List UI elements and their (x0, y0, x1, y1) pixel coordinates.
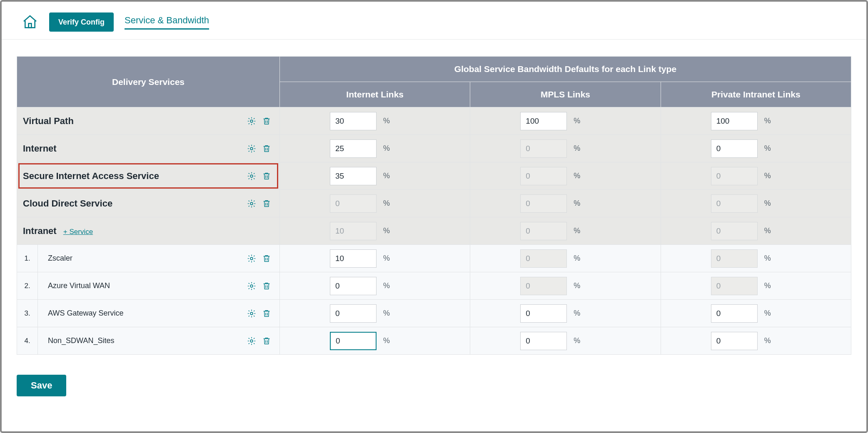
intra-internet-input (330, 222, 377, 240)
gear-icon[interactable] (246, 281, 257, 291)
sub4-internet-input[interactable] (330, 332, 377, 350)
gear-icon[interactable] (246, 198, 257, 209)
verify-config-button[interactable]: Verify Config (49, 12, 114, 32)
inet-mpls-input (520, 139, 567, 158)
gear-icon[interactable] (246, 116, 257, 127)
svg-point-7 (250, 312, 253, 315)
header-delivery-services: Delivery Services (17, 57, 280, 107)
trash-icon[interactable] (261, 116, 272, 127)
percent-label: % (574, 172, 580, 180)
tab-service-bandwidth[interactable]: Service & Bandwidth (125, 15, 209, 30)
percent-label: % (574, 117, 580, 125)
service-label: Virtual Path (23, 116, 74, 127)
row-index: 4. (17, 327, 38, 355)
percent-label: % (383, 336, 390, 345)
sub1-internet-input[interactable] (330, 249, 377, 268)
percent-label: % (574, 254, 580, 263)
service-label: Azure Virtual WAN (48, 281, 110, 290)
inet-internet-input[interactable] (330, 139, 377, 158)
vpath-private-input[interactable] (711, 112, 758, 130)
save-button[interactable]: Save (17, 375, 66, 396)
trash-icon[interactable] (261, 308, 272, 319)
row-secure-internet-access: Secure Internet Access Service % % % (17, 162, 851, 190)
gear-icon[interactable] (246, 253, 257, 264)
cds-internet-input (330, 194, 377, 213)
percent-label: % (764, 117, 771, 125)
service-label: AWS Gateway Service (48, 309, 123, 318)
sub3-private-input[interactable] (711, 304, 758, 323)
percent-label: % (764, 226, 771, 235)
percent-label: % (764, 254, 771, 263)
percent-label: % (764, 144, 771, 153)
trash-icon[interactable] (261, 281, 272, 291)
service-label: Non_SDWAN_Sites (48, 336, 114, 345)
svg-point-1 (250, 120, 253, 122)
intra-mpls-input (520, 222, 567, 240)
service-label: Intranet (23, 226, 57, 236)
percent-label: % (383, 144, 390, 153)
percent-label: % (574, 226, 580, 235)
svg-point-8 (250, 340, 253, 342)
percent-label: % (574, 144, 580, 153)
sub2-mpls-input (520, 277, 567, 295)
top-bar: Verify Config Service & Bandwidth (2, 2, 866, 40)
percent-label: % (764, 199, 771, 208)
vpath-mpls-input[interactable] (520, 112, 567, 130)
row-azure-vwan: 2. Azure Virtual WAN % % % (17, 272, 851, 300)
row-cloud-direct: Cloud Direct Service % % % (17, 190, 851, 217)
sub3-mpls-input[interactable] (520, 304, 567, 323)
vpath-internet-input[interactable] (330, 112, 377, 130)
trash-icon[interactable] (261, 198, 272, 209)
gear-icon[interactable] (246, 171, 257, 182)
svg-point-6 (250, 285, 253, 287)
sub2-private-input (711, 277, 758, 295)
percent-label: % (383, 226, 390, 235)
percent-label: % (574, 336, 580, 345)
bandwidth-table: Delivery Services Global Service Bandwid… (17, 56, 851, 245)
svg-rect-0 (29, 23, 32, 27)
percent-label: % (383, 172, 390, 180)
sias-internet-input[interactable] (330, 167, 377, 185)
sub3-internet-input[interactable] (330, 304, 377, 323)
percent-label: % (574, 309, 580, 318)
row-aws-gateway: 3. AWS Gateway Service % % % (17, 300, 851, 327)
row-non-sdwan-sites: 4. Non_SDWAN_Sites % % % (17, 327, 851, 355)
sias-private-input (711, 167, 758, 185)
inet-private-input[interactable] (711, 139, 758, 158)
intra-private-input (711, 222, 758, 240)
sias-mpls-input (520, 167, 567, 185)
gear-icon[interactable] (246, 308, 257, 319)
row-virtual-path: Virtual Path % % % (17, 107, 851, 135)
trash-icon[interactable] (261, 171, 272, 182)
sub1-mpls-input (520, 249, 567, 268)
percent-label: % (383, 281, 390, 290)
highlight-box: Secure Internet Access Service (17, 162, 279, 189)
sub2-internet-input[interactable] (330, 277, 377, 295)
sub1-private-input (711, 249, 758, 268)
svg-point-5 (250, 257, 253, 260)
row-index: 1. (17, 245, 38, 272)
percent-label: % (383, 117, 390, 125)
sub4-private-input[interactable] (711, 332, 758, 350)
sub4-mpls-input[interactable] (520, 332, 567, 350)
trash-icon[interactable] (261, 336, 272, 346)
header-private-links: Private Intranet Links (661, 82, 851, 107)
row-internet: Internet % % % (17, 135, 851, 162)
percent-label: % (574, 281, 580, 290)
service-label: Cloud Direct Service (23, 198, 112, 209)
cds-mpls-input (520, 194, 567, 213)
gear-icon[interactable] (246, 336, 257, 346)
percent-label: % (383, 199, 390, 208)
trash-icon[interactable] (261, 253, 272, 264)
percent-label: % (764, 309, 771, 318)
percent-label: % (383, 309, 390, 318)
percent-label: % (764, 336, 771, 345)
svg-point-3 (250, 175, 253, 177)
svg-point-2 (250, 147, 253, 150)
trash-icon[interactable] (261, 143, 272, 154)
home-icon[interactable] (22, 14, 38, 30)
header-mpls-links: MPLS Links (470, 82, 661, 107)
percent-label: % (574, 199, 580, 208)
add-service-link[interactable]: + Service (63, 228, 93, 236)
gear-icon[interactable] (246, 143, 257, 154)
